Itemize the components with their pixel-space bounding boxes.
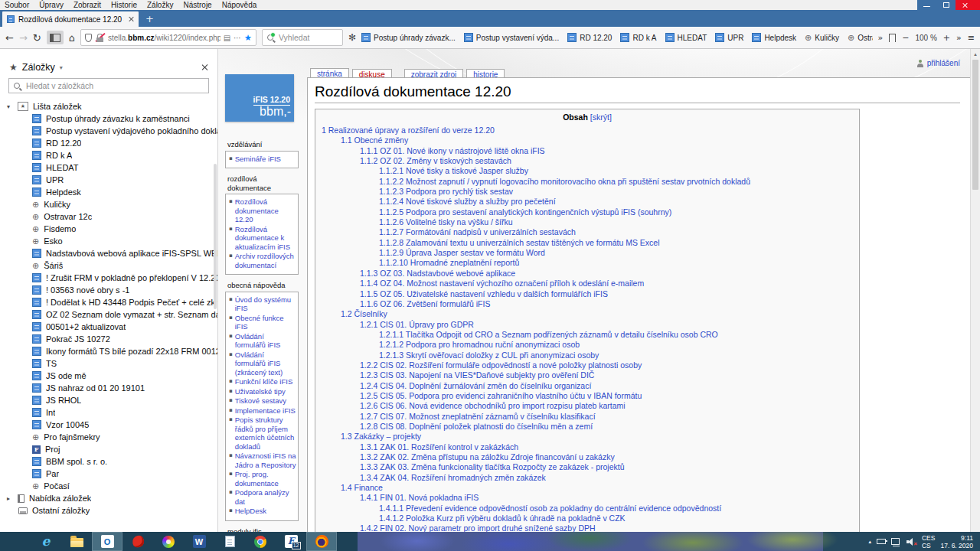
taskbar-chrome-button[interactable] xyxy=(245,532,276,551)
browser-tab[interactable]: Rozdílová dokumentace 12.20 - xyxy=(2,11,139,27)
zoom-in-button[interactable]: + xyxy=(943,33,950,43)
sidebar-bookmark-item[interactable]: Par xyxy=(0,468,217,480)
toc-entry[interactable]: 1.2.7 CIS 07. Možnost zneplatnění záznam… xyxy=(322,412,853,422)
tracking-shield-icon[interactable] xyxy=(85,34,92,42)
toc-entry[interactable]: 1 Realizované úpravy a rozšíření do verz… xyxy=(322,126,853,135)
sidebar-bookmark-item[interactable]: JS RHOL xyxy=(0,394,217,406)
page-actions-icon[interactable]: ⋯ xyxy=(234,34,241,42)
sidebar-bookmark-item[interactable]: Vzor 10045 xyxy=(0,419,217,431)
sidebar-bookmark-item[interactable]: ⊕Esko xyxy=(0,235,217,247)
bookmark-toolbar-item[interactable]: RD k A xyxy=(620,33,656,42)
sidebar-bookmark-item[interactable]: Postup úhrady závazku k zaměstnanci xyxy=(0,112,217,125)
toc-entry[interactable]: 1.1.2.1 Nové tisky a tiskové Jasper služ… xyxy=(322,166,853,176)
taskbar-paint-button[interactable] xyxy=(153,532,184,551)
sidebar-bookmark-item[interactable]: JS nahraz od 01 20 19101 xyxy=(0,382,217,394)
toc-entry[interactable]: 1.1.1 OZ 01. Nové ikony v nástrojové liš… xyxy=(322,146,853,156)
toc-entry[interactable]: 1.2.1.2 Podpora pro hromadnou ruční anon… xyxy=(322,340,853,350)
wiki-nav-link[interactable]: ▪Implementace iFIS xyxy=(229,406,296,416)
collapse-caret-icon[interactable]: ▸ xyxy=(7,495,13,502)
sidebar-bookmark-item[interactable]: Postup vystavení výdajového pokladního d… xyxy=(0,125,217,137)
taskbar-outlook-button[interactable]: O xyxy=(92,532,122,551)
toc-entry[interactable]: 1.1.2.4 Nové tiskové služby a služby pro… xyxy=(322,197,853,207)
sidebar-bookmark-item[interactable]: ⊕Šáriš xyxy=(0,259,217,272)
sidebar-bookmark-item[interactable]: Int xyxy=(0,406,217,419)
scrollbar-thumb[interactable] xyxy=(972,60,978,190)
sidebar-bookmark-item[interactable]: ⊕Pro fajnšmekry xyxy=(0,431,217,443)
sidebar-caret-icon[interactable]: ▾ xyxy=(60,64,63,71)
wiki-nav-link[interactable]: ▪Ovládání formulářů iFIS xyxy=(229,332,296,350)
toc-entry[interactable]: 1.1.2.9 Úprava Jasper sestav ve formátu … xyxy=(322,248,853,258)
sidebar-bookmark-item[interactable]: JS ode mě xyxy=(0,370,217,382)
search-bar[interactable] xyxy=(262,29,343,46)
sidebar-bookmark-item[interactable]: FProj xyxy=(0,443,217,455)
toc-entry[interactable]: 1.3.4 ZAK 04. Rozšíření hromadných změn … xyxy=(322,473,853,483)
sidebar-bookmark-item[interactable]: OZ 02 Seznam dole vymazat + str. Seznam … xyxy=(0,308,217,321)
sidebar-bookmark-item[interactable]: ⊕Ostravar 12c xyxy=(0,210,217,223)
bookmarks-toolbar-folder[interactable]: ▾ ★ Lišta záložek xyxy=(0,100,217,112)
sidebar-bookmark-item[interactable]: HLEDAT xyxy=(0,161,217,174)
wiki-nav-link[interactable]: ▪Funkční klíče iFIS xyxy=(229,377,296,386)
wiki-nav-link[interactable]: ▪Tiskové sestavy xyxy=(229,396,296,406)
sidebar-bookmark-item[interactable]: ! 03563 nové obry s -1 xyxy=(0,284,217,296)
toc-entry[interactable]: 1.1.2.3 Podpora pro rychlý tisk sestav xyxy=(322,187,853,197)
sidebar-bookmark-item[interactable]: ! Dodělat k HD 43448 Podpis Pečeť + celé… xyxy=(0,296,217,308)
toc-entry[interactable]: 1.2 Číselníky xyxy=(322,309,853,319)
sidebar-bookmark-item[interactable]: ⊕Fisdemo xyxy=(0,223,217,235)
menu-item[interactable]: Zobrazit xyxy=(74,1,101,9)
wiki-logo[interactable]: iFIS 12.20 bbm,- xyxy=(225,74,294,122)
tab-close-icon[interactable] xyxy=(128,16,134,22)
back-button[interactable]: ← xyxy=(5,33,14,43)
expand-caret-icon[interactable]: ▾ xyxy=(7,103,13,110)
toc-entry[interactable]: 1.1.2.5 Podpora pro sestavení analytický… xyxy=(322,207,853,217)
wiki-nav-link[interactable]: ▪Rozdílová dokumentace 12.20 xyxy=(229,197,296,224)
toc-entry[interactable]: 1.3 Zakázky – projekty xyxy=(322,432,853,442)
more-tools-chevron-icon[interactable]: » xyxy=(956,33,962,43)
toc-entry[interactable]: 1.2.4 CIS 04. Doplnění žurnálování změn … xyxy=(322,381,853,391)
sidebar-folder-item[interactable]: ▸Nabídka záložek xyxy=(0,492,217,504)
toc-entry[interactable]: 1.2.2 CIS 02. Rozšíření formuláře odpově… xyxy=(322,360,853,370)
sidebar-bookmark-item[interactable]: Ikony formátů TS bílé pozadí 22x18 FRM 0… xyxy=(0,345,217,357)
search-input[interactable] xyxy=(279,33,338,42)
bookmark-toolbar-item[interactable]: Postup vystavení výda... xyxy=(464,33,559,42)
toc-entry[interactable]: 1.1.2.6 Volitelné tisky na výšku / šířku xyxy=(322,217,853,227)
toc-hide-link[interactable]: [skrýt] xyxy=(590,112,612,122)
wiki-nav-link[interactable]: ▪Proj. prog. dokumentace xyxy=(229,470,296,487)
bookmark-toolbar-item[interactable]: Postup úhrady závazk... xyxy=(361,33,456,42)
network-icon[interactable] xyxy=(891,538,900,545)
bookmark-toolbar-item[interactable]: UPR xyxy=(715,33,743,42)
battery-icon[interactable] xyxy=(877,539,886,544)
taskbar-firefox-button[interactable] xyxy=(306,532,337,551)
sidebar-bookmark-item[interactable]: Nadstavbová webová aplikace iFIS-SPSL WE… xyxy=(0,247,217,259)
wiki-nav-link[interactable]: ▪Popis struktury řádků pro příjem extern… xyxy=(229,416,296,451)
bookmark-toolbar-item[interactable]: HLEDAT xyxy=(665,33,707,42)
taskbar-internet-explorer-button[interactable]: e xyxy=(31,532,61,551)
taskbar-file-explorer-button[interactable] xyxy=(61,532,92,551)
sidebar-folder-item[interactable]: Ostatní záložky xyxy=(0,504,217,517)
wiki-nav-link[interactable]: ▪HelpDesk xyxy=(229,507,296,516)
toc-entry[interactable]: 1.1.2.10 Hromadné zneplatnění reportů xyxy=(322,258,853,268)
wiki-nav-link[interactable]: ▪Obecné funkce iFIS xyxy=(229,314,296,331)
wiki-nav-link[interactable]: ▪Návaznosti iFIS na Jádro a Repository xyxy=(229,452,296,469)
toc-entry[interactable]: 1.4.2 FIN 02. Nový parametr pro import d… xyxy=(322,523,853,532)
clock[interactable]: 9:11 17. 6. 2020 xyxy=(940,534,973,549)
url-text[interactable]: stella.bbm.cz/wiki1220/index.php/Ro xyxy=(108,34,220,42)
toc-entry[interactable]: 1.1.2.2 Možnost zapnutí / vypnutí logova… xyxy=(322,177,853,187)
wiki-nav-link[interactable]: ▪Uživatelské tipy xyxy=(229,387,296,396)
menu-item[interactable]: Soubor xyxy=(5,1,29,9)
toc-entry[interactable]: 1.2.1 CIS 01. Úpravy pro GDPR xyxy=(322,320,853,330)
gear-icon[interactable]: ✻ xyxy=(348,32,356,43)
menu-item[interactable]: Historie xyxy=(111,1,137,9)
sidebar-bookmark-item[interactable]: RD k A xyxy=(0,149,217,161)
toc-entry[interactable]: 1.1.5 OZ 05. Uživatelské nastavení vzhle… xyxy=(322,289,853,299)
wiki-nav-link[interactable]: ▪Semináře iFIS xyxy=(229,155,296,164)
wiki-nav-link[interactable]: ▪Rozdílová dokumentace k aktualizacím iF… xyxy=(229,225,296,252)
sidebar-bookmark-item[interactable]: BBM spol. s r. o. xyxy=(0,455,217,468)
close-button[interactable] xyxy=(956,0,980,10)
taskbar-ifis-button[interactable]: F12 xyxy=(276,532,306,551)
sidebar-bookmark-item[interactable]: ⊕Kuličky xyxy=(0,198,217,210)
wiki-nav-link[interactable]: ▪Archiv rozdílových dokumentací xyxy=(229,252,296,269)
menu-item[interactable]: Nápověda xyxy=(222,1,257,9)
page-scrollbar[interactable]: ▴ xyxy=(970,49,980,532)
sidebar-bookmark-item[interactable]: TS xyxy=(0,357,217,370)
sidebar-bookmark-item[interactable]: ⊕Počasí xyxy=(0,480,217,492)
